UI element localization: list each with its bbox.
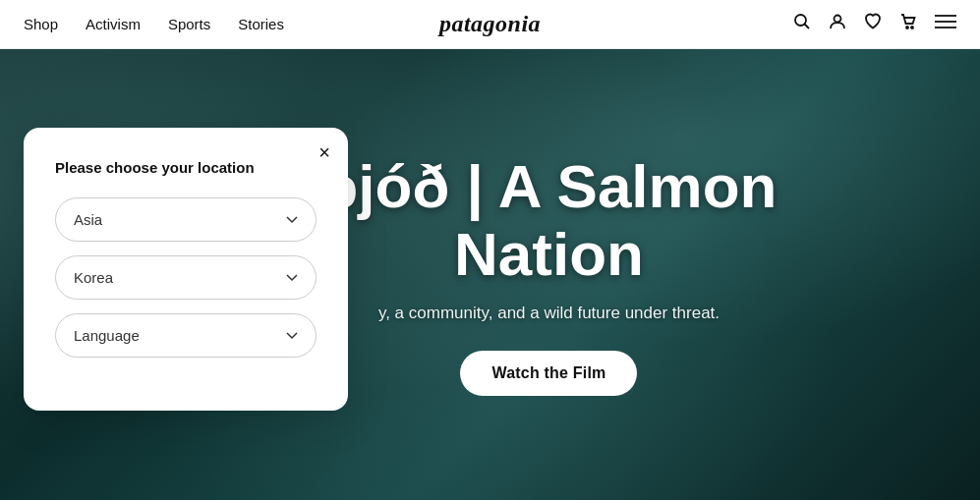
navbar: Shop Activism Sports Stories patagonia: [0, 0, 980, 49]
search-icon[interactable]: [793, 13, 811, 35]
region-dropdown-wrapper: Asia Americas Europe Oceania: [55, 197, 317, 242]
modal-title: Please choose your location: [55, 159, 317, 176]
nav-links: Shop Activism Sports Stories: [24, 16, 284, 32]
country-dropdown-wrapper: Korea Japan China Australia: [55, 255, 317, 300]
region-dropdown[interactable]: Asia Americas Europe Oceania: [55, 197, 317, 242]
svg-point-3: [906, 27, 908, 28]
account-icon[interactable]: [829, 13, 846, 35]
menu-icon[interactable]: [935, 13, 956, 35]
language-dropdown[interactable]: Language English Korean Japanese: [55, 313, 317, 358]
language-dropdown-wrapper: Language English Korean Japanese: [55, 313, 317, 358]
nav-icons: [793, 13, 956, 35]
cart-icon[interactable]: [899, 13, 917, 35]
nav-shop[interactable]: Shop: [24, 16, 58, 32]
modal-close-button[interactable]: ×: [318, 141, 330, 164]
wishlist-icon[interactable]: [864, 13, 882, 35]
modal-overlay: × Please choose your location Asia Ameri…: [0, 49, 980, 500]
nav-stories[interactable]: Stories: [238, 16, 284, 32]
country-dropdown[interactable]: Korea Japan China Australia: [55, 255, 317, 300]
location-modal: × Please choose your location Asia Ameri…: [24, 128, 348, 411]
svg-point-4: [911, 27, 913, 28]
svg-line-1: [805, 25, 810, 29]
nav-sports[interactable]: Sports: [168, 16, 210, 32]
site-logo[interactable]: patagonia: [439, 11, 541, 37]
nav-activism[interactable]: Activism: [86, 16, 141, 32]
svg-point-0: [795, 15, 806, 26]
svg-point-2: [835, 16, 841, 23]
